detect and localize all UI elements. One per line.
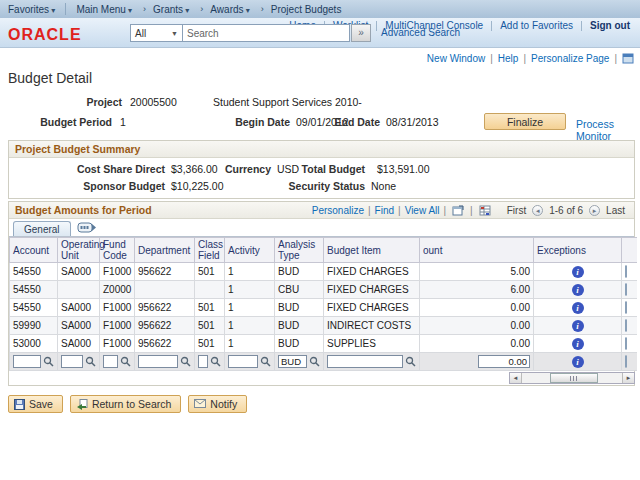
budget-period-label: Budget Period bbox=[8, 116, 112, 128]
edit-budget-item-input[interactable] bbox=[327, 355, 403, 368]
return-to-search-button[interactable]: Return to Search bbox=[70, 395, 181, 413]
analysis-type-lookup-icon[interactable] bbox=[309, 356, 320, 367]
oracle-logo: ORACLE bbox=[8, 26, 82, 44]
fund-code-lookup-icon[interactable] bbox=[120, 356, 131, 367]
sponsor-budget-value: $10,225.00 bbox=[171, 180, 224, 192]
grid-header-row: Account Operating Unit Fund Code Departm… bbox=[10, 238, 638, 263]
next-page-icon[interactable]: ▸ bbox=[589, 205, 600, 216]
first-label[interactable]: First bbox=[507, 205, 526, 216]
search-input[interactable] bbox=[182, 24, 350, 42]
exception-info-icon[interactable]: i bbox=[572, 356, 584, 368]
last-label[interactable]: Last bbox=[606, 205, 625, 216]
find-link[interactable]: Find bbox=[375, 205, 394, 216]
envelope-icon bbox=[194, 399, 206, 409]
col-account: Account bbox=[10, 238, 58, 263]
favorites-menu[interactable]: Favorites bbox=[8, 4, 55, 15]
new-row-edit: i bbox=[10, 353, 638, 371]
table-row: 53000 SA000 F1000 956622 501 1 BUD SUPPL… bbox=[10, 335, 638, 353]
download-to-excel-icon[interactable] bbox=[479, 205, 491, 216]
exception-info-icon[interactable]: i bbox=[572, 320, 584, 332]
project-label: Project bbox=[8, 96, 122, 108]
class-field-lookup-icon[interactable] bbox=[210, 356, 221, 367]
scroll-left-arrow[interactable]: ◄ bbox=[510, 373, 522, 383]
end-date-label: End Date bbox=[314, 116, 380, 128]
edit-amount-input[interactable] bbox=[478, 355, 530, 368]
exception-info-icon[interactable]: i bbox=[572, 284, 584, 296]
security-status-value: None bbox=[371, 180, 396, 192]
process-monitor-link[interactable]: Process Monitor bbox=[576, 118, 640, 142]
exception-info-icon[interactable]: i bbox=[572, 266, 584, 278]
budget-amounts-box: Budget Amounts for Period Personalize | … bbox=[8, 201, 635, 386]
sponsor-budget-label: Sponsor Budget bbox=[9, 180, 165, 192]
horizontal-scrollbar[interactable]: ◄ ► bbox=[509, 372, 635, 384]
breadcrumb-project-budgets[interactable]: Project Budgets bbox=[271, 4, 342, 15]
edit-class-field-input[interactable] bbox=[198, 355, 208, 368]
project-value: 20005500 bbox=[130, 96, 177, 108]
search-scope-value: All bbox=[135, 28, 146, 39]
help-link[interactable]: Help bbox=[498, 53, 519, 64]
view-all-link[interactable]: View All bbox=[405, 205, 440, 216]
add-row-button[interactable] bbox=[625, 355, 627, 368]
edit-activity-input[interactable] bbox=[228, 355, 258, 368]
grid-section-title: Budget Amounts for Period bbox=[15, 204, 152, 216]
finalize-button[interactable]: Finalize bbox=[484, 113, 566, 130]
search-scope-dropdown[interactable]: All ▼ bbox=[130, 24, 182, 42]
advanced-search-link[interactable]: Advanced Search bbox=[381, 27, 460, 38]
page-options-icon[interactable] bbox=[622, 53, 634, 64]
breadcrumb-awards[interactable]: Awards bbox=[210, 4, 249, 15]
breadcrumb-divider bbox=[65, 3, 66, 15]
exception-info-icon[interactable]: i bbox=[572, 338, 584, 350]
budget-item-lookup-icon[interactable] bbox=[405, 356, 416, 367]
add-row-button[interactable] bbox=[625, 265, 627, 278]
edit-operating-unit-input[interactable] bbox=[61, 355, 83, 368]
previous-page-icon[interactable]: ◂ bbox=[532, 205, 543, 216]
edit-analysis-type-input[interactable] bbox=[278, 355, 307, 368]
notify-button[interactable]: Notify bbox=[188, 395, 247, 413]
edit-department-input[interactable] bbox=[138, 355, 178, 368]
budget-period-value: 1 bbox=[120, 116, 126, 128]
col-department: Department bbox=[135, 238, 195, 263]
zoom-grid-icon[interactable] bbox=[452, 205, 464, 216]
scrollbar-thumb[interactable] bbox=[550, 373, 598, 383]
add-to-favorites-link[interactable]: Add to Favorites bbox=[500, 20, 573, 31]
grid-tab-strip: General bbox=[9, 219, 634, 237]
breadcrumb-separator: › bbox=[143, 4, 146, 14]
save-button[interactable]: Save bbox=[8, 395, 63, 413]
col-fund-code: Fund Code bbox=[100, 238, 135, 263]
activity-lookup-icon[interactable] bbox=[260, 356, 271, 367]
show-all-columns-icon[interactable] bbox=[77, 222, 97, 234]
scrollbar-track[interactable] bbox=[522, 373, 622, 383]
cost-share-direct-label: Cost Share Direct bbox=[9, 163, 165, 175]
breadcrumb-main-menu[interactable]: Main Menu bbox=[76, 4, 132, 15]
table-row: 59990 SA000 F1000 956622 501 1 BUD INDIR… bbox=[10, 317, 638, 335]
breadcrumb: Favorites Main Menu › Grants › Awards › … bbox=[0, 0, 640, 18]
search-go-button[interactable]: » bbox=[351, 24, 371, 42]
breadcrumb-separator: › bbox=[261, 4, 264, 14]
operating-unit-lookup-icon[interactable] bbox=[85, 356, 96, 367]
sign-out-link[interactable]: Sign out bbox=[590, 20, 630, 31]
project-description: Student Support Services 2010- bbox=[213, 96, 362, 108]
table-row: 54550 Z0000 1 CBU FIXED CHARGES 6.00 i bbox=[10, 281, 638, 299]
new-window-link[interactable]: New Window bbox=[427, 53, 485, 64]
personalize-page-link[interactable]: Personalize Page bbox=[531, 53, 609, 64]
exception-info-icon[interactable]: i bbox=[572, 302, 584, 314]
department-lookup-icon[interactable] bbox=[180, 356, 191, 367]
save-icon bbox=[14, 399, 25, 410]
account-lookup-icon[interactable] bbox=[43, 356, 54, 367]
header-band: Home Worklist MultiChannel Console Add t… bbox=[0, 18, 640, 48]
edit-account-input[interactable] bbox=[13, 355, 41, 368]
personalize-link[interactable]: Personalize bbox=[312, 205, 364, 216]
add-row-button[interactable] bbox=[625, 301, 627, 314]
scroll-right-arrow[interactable]: ► bbox=[622, 373, 634, 383]
return-arrow-icon bbox=[76, 399, 88, 410]
project-budget-summary-box: Project Budget Summary Cost Share Direct… bbox=[8, 140, 635, 199]
budget-amounts-table: Account Operating Unit Fund Code Departm… bbox=[9, 237, 637, 371]
end-date-value: 08/31/2013 bbox=[386, 116, 439, 128]
tab-general[interactable]: General bbox=[13, 221, 71, 236]
page-link-bar: New Window | Help | Personalize Page | bbox=[0, 50, 640, 66]
add-row-button[interactable] bbox=[625, 283, 627, 296]
edit-fund-code-input[interactable] bbox=[103, 355, 118, 368]
add-row-button[interactable] bbox=[625, 319, 627, 332]
breadcrumb-grants[interactable]: Grants bbox=[153, 4, 189, 15]
add-row-button[interactable] bbox=[625, 337, 627, 350]
